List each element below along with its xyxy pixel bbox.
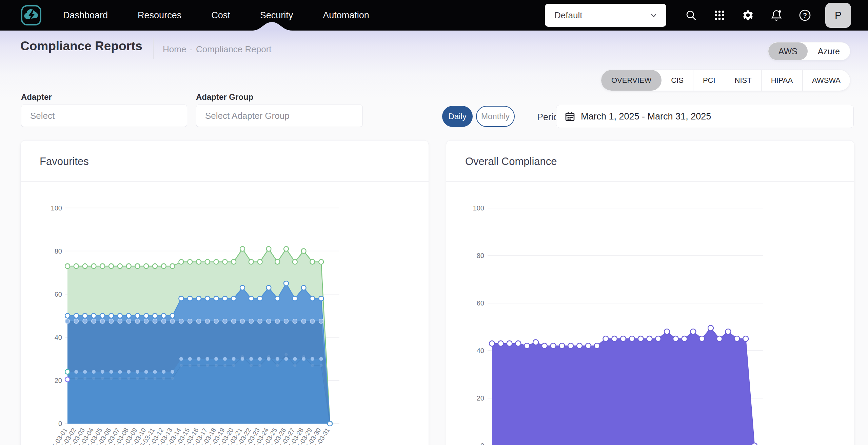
brand-logo[interactable] <box>20 4 42 26</box>
adapter-group-select[interactable]: Select Adapter Group <box>196 105 363 127</box>
date-range-input[interactable]: March 1, 2025 - March 31, 2025 <box>556 105 854 128</box>
adapter-label: Adapter <box>21 92 52 102</box>
top-navbar: Dashboard Resources Cost Security Automa… <box>0 0 868 31</box>
adapter-group-select-placeholder: Select Adapter Group <box>205 111 290 121</box>
search-icon[interactable] <box>685 9 697 21</box>
overall-compliance-chart: 020406080100 <box>446 141 855 445</box>
compliance-reports-page: Dashboard Resources Cost Security Automa… <box>0 0 868 445</box>
svg-text:80: 80 <box>55 247 62 255</box>
help-icon[interactable]: ? <box>799 9 811 21</box>
tab-pci[interactable]: PCI <box>693 70 725 91</box>
daily-button[interactable]: Daily <box>442 106 473 127</box>
calendar-icon <box>565 111 575 122</box>
overall-compliance-card: Overall Compliance 020406080100 <box>446 140 854 445</box>
breadcrumb-current: Compliance Report <box>196 44 272 54</box>
active-nav-indicator <box>252 21 292 31</box>
svg-text:60: 60 <box>55 291 62 298</box>
chevron-down-icon <box>649 11 658 20</box>
tab-cis[interactable]: CIS <box>662 70 693 91</box>
breadcrumb-home[interactable]: Home <box>163 44 186 54</box>
svg-text:?: ? <box>803 12 807 19</box>
title-divider <box>153 38 154 59</box>
settings-gear-icon[interactable] <box>742 9 754 21</box>
apps-grid-icon[interactable] <box>713 9 726 21</box>
toggle-azure[interactable]: Azure <box>808 42 850 60</box>
tab-nist[interactable]: NIST <box>725 70 761 91</box>
compliance-tabs: OVERVIEW CIS PCI NIST HIPAA AWSWA <box>601 70 850 91</box>
date-range-value: March 1, 2025 - March 31, 2025 <box>581 111 711 122</box>
monthly-button[interactable]: Monthly <box>476 106 515 127</box>
svg-text:40: 40 <box>477 347 484 354</box>
svg-text:80: 80 <box>477 252 484 259</box>
nav-item-dashboard[interactable]: Dashboard <box>63 10 108 21</box>
adapter-select-placeholder: Select <box>30 111 55 121</box>
toggle-aws[interactable]: AWS <box>768 42 808 60</box>
main-nav: Dashboard Resources Cost Security Automa… <box>63 10 369 21</box>
cloud-bolt-logo-icon <box>20 4 42 26</box>
navbar-icon-group: ? <box>685 9 811 21</box>
page-title: Compliance Reports <box>20 39 142 53</box>
breadcrumb: Home-Compliance Report <box>163 44 272 55</box>
breadcrumb-separator: - <box>186 44 196 54</box>
adapter-group-label: Adapter Group <box>196 92 253 102</box>
workspace-select[interactable]: Default <box>545 4 666 27</box>
notifications-bell-icon[interactable] <box>770 9 783 21</box>
svg-text:20: 20 <box>477 394 484 402</box>
favourites-card: Favourites 0204060801002025-03-012025-03… <box>20 140 429 445</box>
avatar-initial: P <box>835 10 842 21</box>
nav-item-automation[interactable]: Automation <box>323 10 369 21</box>
workspace-select-value: Default <box>554 10 649 21</box>
nav-item-resources[interactable]: Resources <box>138 10 181 21</box>
nav-item-cost[interactable]: Cost <box>211 10 230 21</box>
svg-text:100: 100 <box>473 204 484 212</box>
svg-text:0: 0 <box>480 442 484 445</box>
nav-item-security[interactable]: Security <box>260 10 293 21</box>
svg-text:60: 60 <box>477 299 484 307</box>
svg-text:0: 0 <box>58 420 62 427</box>
tab-hipaa[interactable]: HIPAA <box>761 70 802 91</box>
svg-text:20: 20 <box>55 377 62 384</box>
user-avatar[interactable]: P <box>825 3 851 28</box>
tab-overview[interactable]: OVERVIEW <box>601 70 662 91</box>
tab-awswa[interactable]: AWSWA <box>802 70 850 91</box>
cloud-provider-toggle: AWS Azure <box>768 42 850 60</box>
svg-text:100: 100 <box>51 204 62 212</box>
adapter-select[interactable]: Select <box>21 105 187 127</box>
svg-text:40: 40 <box>55 334 62 341</box>
favourites-chart: 0204060801002025-03-012025-03-022025-03-… <box>21 141 429 445</box>
